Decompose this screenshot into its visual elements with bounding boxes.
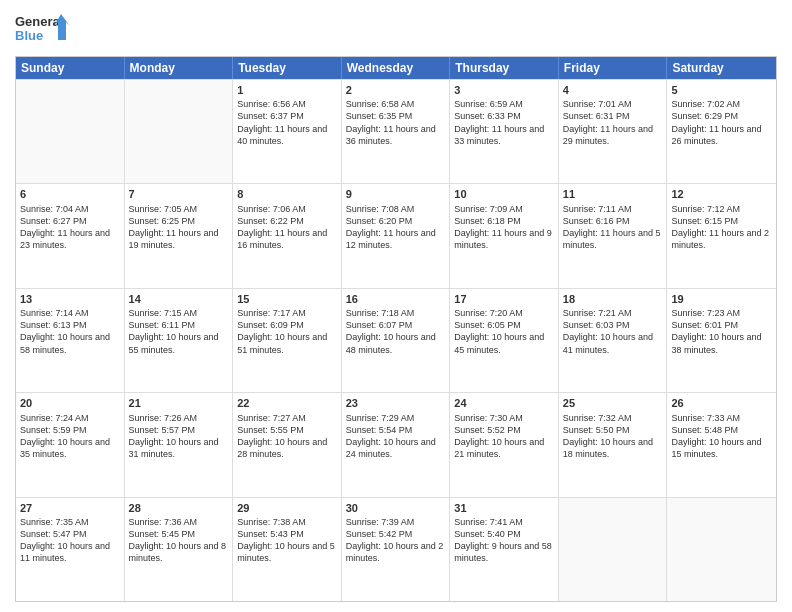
calendar-cell: 10Sunrise: 7:09 AM Sunset: 6:18 PM Dayli…: [450, 184, 559, 287]
day-number: 5: [671, 83, 772, 97]
day-info: Sunrise: 7:38 AM Sunset: 5:43 PM Dayligh…: [237, 516, 337, 565]
calendar-cell: 24Sunrise: 7:30 AM Sunset: 5:52 PM Dayli…: [450, 393, 559, 496]
header-day: Monday: [125, 57, 234, 79]
day-number: 12: [671, 187, 772, 201]
calendar-header: SundayMondayTuesdayWednesdayThursdayFrid…: [16, 57, 776, 79]
day-info: Sunrise: 7:39 AM Sunset: 5:42 PM Dayligh…: [346, 516, 446, 565]
page: General Blue SundayMondayTuesdayWednesda…: [0, 0, 792, 612]
calendar-cell: 17Sunrise: 7:20 AM Sunset: 6:05 PM Dayli…: [450, 289, 559, 392]
calendar-cell: [125, 80, 234, 183]
calendar-cell: 11Sunrise: 7:11 AM Sunset: 6:16 PM Dayli…: [559, 184, 668, 287]
day-number: 13: [20, 292, 120, 306]
calendar-cell: [667, 498, 776, 601]
day-info: Sunrise: 7:17 AM Sunset: 6:09 PM Dayligh…: [237, 307, 337, 356]
calendar-row: 6Sunrise: 7:04 AM Sunset: 6:27 PM Daylig…: [16, 183, 776, 287]
day-info: Sunrise: 7:14 AM Sunset: 6:13 PM Dayligh…: [20, 307, 120, 356]
day-info: Sunrise: 7:26 AM Sunset: 5:57 PM Dayligh…: [129, 412, 229, 461]
header-day: Saturday: [667, 57, 776, 79]
calendar-body: 1Sunrise: 6:56 AM Sunset: 6:37 PM Daylig…: [16, 79, 776, 601]
calendar-cell: 7Sunrise: 7:05 AM Sunset: 6:25 PM Daylig…: [125, 184, 234, 287]
day-info: Sunrise: 7:18 AM Sunset: 6:07 PM Dayligh…: [346, 307, 446, 356]
day-info: Sunrise: 6:58 AM Sunset: 6:35 PM Dayligh…: [346, 98, 446, 147]
calendar-row: 27Sunrise: 7:35 AM Sunset: 5:47 PM Dayli…: [16, 497, 776, 601]
calendar-row: 13Sunrise: 7:14 AM Sunset: 6:13 PM Dayli…: [16, 288, 776, 392]
header-day: Wednesday: [342, 57, 451, 79]
calendar-cell: 3Sunrise: 6:59 AM Sunset: 6:33 PM Daylig…: [450, 80, 559, 183]
header-day: Thursday: [450, 57, 559, 79]
day-info: Sunrise: 7:21 AM Sunset: 6:03 PM Dayligh…: [563, 307, 663, 356]
calendar-cell: 14Sunrise: 7:15 AM Sunset: 6:11 PM Dayli…: [125, 289, 234, 392]
calendar-cell: 4Sunrise: 7:01 AM Sunset: 6:31 PM Daylig…: [559, 80, 668, 183]
day-info: Sunrise: 7:11 AM Sunset: 6:16 PM Dayligh…: [563, 203, 663, 252]
day-info: Sunrise: 7:32 AM Sunset: 5:50 PM Dayligh…: [563, 412, 663, 461]
day-number: 27: [20, 501, 120, 515]
day-info: Sunrise: 7:36 AM Sunset: 5:45 PM Dayligh…: [129, 516, 229, 565]
calendar-cell: 2Sunrise: 6:58 AM Sunset: 6:35 PM Daylig…: [342, 80, 451, 183]
day-info: Sunrise: 7:05 AM Sunset: 6:25 PM Dayligh…: [129, 203, 229, 252]
header: General Blue: [15, 10, 777, 50]
calendar-cell: 29Sunrise: 7:38 AM Sunset: 5:43 PM Dayli…: [233, 498, 342, 601]
day-info: Sunrise: 7:35 AM Sunset: 5:47 PM Dayligh…: [20, 516, 120, 565]
day-number: 24: [454, 396, 554, 410]
calendar-cell: 30Sunrise: 7:39 AM Sunset: 5:42 PM Dayli…: [342, 498, 451, 601]
calendar-row: 1Sunrise: 6:56 AM Sunset: 6:37 PM Daylig…: [16, 79, 776, 183]
calendar-cell: [559, 498, 668, 601]
calendar-cell: 18Sunrise: 7:21 AM Sunset: 6:03 PM Dayli…: [559, 289, 668, 392]
day-info: Sunrise: 7:02 AM Sunset: 6:29 PM Dayligh…: [671, 98, 772, 147]
day-number: 20: [20, 396, 120, 410]
day-number: 31: [454, 501, 554, 515]
day-info: Sunrise: 7:01 AM Sunset: 6:31 PM Dayligh…: [563, 98, 663, 147]
calendar-cell: 6Sunrise: 7:04 AM Sunset: 6:27 PM Daylig…: [16, 184, 125, 287]
day-number: 8: [237, 187, 337, 201]
svg-text:Blue: Blue: [15, 28, 43, 43]
day-info: Sunrise: 7:09 AM Sunset: 6:18 PM Dayligh…: [454, 203, 554, 252]
day-number: 19: [671, 292, 772, 306]
day-number: 2: [346, 83, 446, 97]
calendar-row: 20Sunrise: 7:24 AM Sunset: 5:59 PM Dayli…: [16, 392, 776, 496]
day-number: 28: [129, 501, 229, 515]
calendar-cell: 21Sunrise: 7:26 AM Sunset: 5:57 PM Dayli…: [125, 393, 234, 496]
day-number: 22: [237, 396, 337, 410]
calendar-cell: 9Sunrise: 7:08 AM Sunset: 6:20 PM Daylig…: [342, 184, 451, 287]
day-number: 9: [346, 187, 446, 201]
day-number: 15: [237, 292, 337, 306]
day-number: 1: [237, 83, 337, 97]
day-number: 4: [563, 83, 663, 97]
day-info: Sunrise: 7:33 AM Sunset: 5:48 PM Dayligh…: [671, 412, 772, 461]
svg-text:General: General: [15, 14, 63, 29]
logo: General Blue: [15, 10, 70, 50]
calendar-cell: 25Sunrise: 7:32 AM Sunset: 5:50 PM Dayli…: [559, 393, 668, 496]
calendar-cell: 12Sunrise: 7:12 AM Sunset: 6:15 PM Dayli…: [667, 184, 776, 287]
calendar-cell: 1Sunrise: 6:56 AM Sunset: 6:37 PM Daylig…: [233, 80, 342, 183]
header-day: Sunday: [16, 57, 125, 79]
day-info: Sunrise: 7:12 AM Sunset: 6:15 PM Dayligh…: [671, 203, 772, 252]
calendar-cell: 31Sunrise: 7:41 AM Sunset: 5:40 PM Dayli…: [450, 498, 559, 601]
day-info: Sunrise: 7:29 AM Sunset: 5:54 PM Dayligh…: [346, 412, 446, 461]
day-info: Sunrise: 7:24 AM Sunset: 5:59 PM Dayligh…: [20, 412, 120, 461]
day-number: 23: [346, 396, 446, 410]
day-number: 3: [454, 83, 554, 97]
day-number: 25: [563, 396, 663, 410]
day-number: 7: [129, 187, 229, 201]
calendar-cell: 13Sunrise: 7:14 AM Sunset: 6:13 PM Dayli…: [16, 289, 125, 392]
day-number: 17: [454, 292, 554, 306]
day-info: Sunrise: 7:08 AM Sunset: 6:20 PM Dayligh…: [346, 203, 446, 252]
day-info: Sunrise: 7:06 AM Sunset: 6:22 PM Dayligh…: [237, 203, 337, 252]
day-info: Sunrise: 7:23 AM Sunset: 6:01 PM Dayligh…: [671, 307, 772, 356]
day-info: Sunrise: 6:56 AM Sunset: 6:37 PM Dayligh…: [237, 98, 337, 147]
day-info: Sunrise: 7:30 AM Sunset: 5:52 PM Dayligh…: [454, 412, 554, 461]
day-info: Sunrise: 7:41 AM Sunset: 5:40 PM Dayligh…: [454, 516, 554, 565]
day-number: 18: [563, 292, 663, 306]
day-number: 30: [346, 501, 446, 515]
calendar-cell: 28Sunrise: 7:36 AM Sunset: 5:45 PM Dayli…: [125, 498, 234, 601]
calendar-cell: 26Sunrise: 7:33 AM Sunset: 5:48 PM Dayli…: [667, 393, 776, 496]
day-number: 26: [671, 396, 772, 410]
calendar: SundayMondayTuesdayWednesdayThursdayFrid…: [15, 56, 777, 602]
header-day: Friday: [559, 57, 668, 79]
day-number: 16: [346, 292, 446, 306]
header-day: Tuesday: [233, 57, 342, 79]
calendar-cell: 15Sunrise: 7:17 AM Sunset: 6:09 PM Dayli…: [233, 289, 342, 392]
calendar-cell: 5Sunrise: 7:02 AM Sunset: 6:29 PM Daylig…: [667, 80, 776, 183]
day-number: 29: [237, 501, 337, 515]
day-info: Sunrise: 6:59 AM Sunset: 6:33 PM Dayligh…: [454, 98, 554, 147]
